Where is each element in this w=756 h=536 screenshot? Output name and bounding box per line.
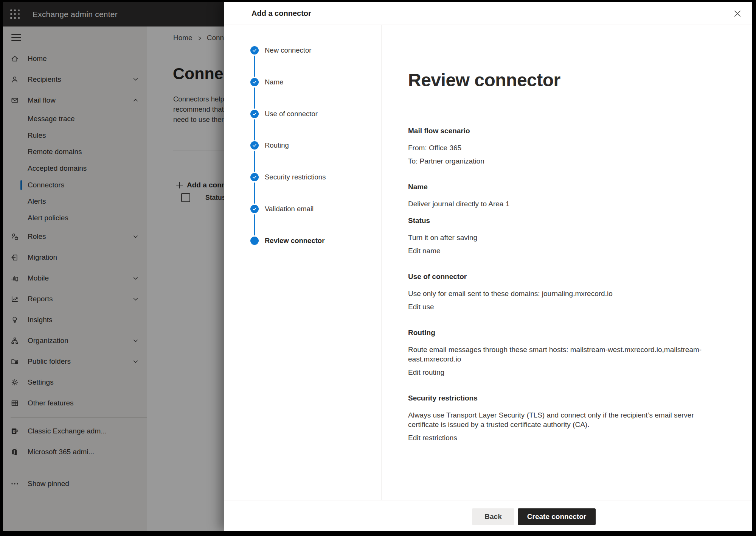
- section-title: Use of connector: [408, 272, 711, 281]
- section-title: Routing: [408, 328, 711, 337]
- close-button[interactable]: [733, 9, 742, 18]
- edit-restrictions-link[interactable]: Edit restrictions: [408, 433, 457, 443]
- review-heading: Review connector: [408, 70, 752, 90]
- add-connector-modal: Add a connector New connectorNameUse of …: [224, 2, 752, 531]
- section-value: Deliver journal directly to Area 1: [408, 199, 711, 209]
- review-section-name: NameDeliver journal directly to Area 1: [408, 182, 711, 209]
- step-label: Validation email: [265, 205, 314, 213]
- completed-check-icon: [250, 78, 259, 86]
- review-section-use-of-connector: Use of connectorUse only for email sent …: [408, 272, 711, 312]
- wizard-step-routing[interactable]: Routing: [250, 141, 326, 173]
- review-section-routing: RoutingRoute email messages through thes…: [408, 328, 711, 377]
- wizard-step-use-of-connector[interactable]: Use of connector: [250, 110, 326, 142]
- wizard-step-review-connector[interactable]: Review connector: [250, 237, 326, 268]
- section-title: Status: [408, 216, 711, 225]
- completed-check-icon: [250, 46, 259, 55]
- footer-buttons: Back Create connector: [472, 508, 596, 525]
- wizard-step-name[interactable]: Name: [250, 78, 326, 110]
- section-title: Name: [408, 182, 711, 192]
- step-label: Name: [265, 78, 283, 86]
- exchange-admin-center-window: Exchange admin center HomeRecipientsMail…: [3, 2, 752, 531]
- create-connector-button[interactable]: Create connector: [518, 508, 596, 525]
- section-title: Mail flow scenario: [408, 126, 711, 136]
- section-title: Security restrictions: [408, 393, 711, 403]
- section-value: To: Partner organization: [408, 156, 711, 166]
- section-value: Use only for email sent to these domains…: [408, 289, 711, 298]
- completed-check-icon: [250, 141, 259, 150]
- step-label: Review connector: [265, 237, 324, 245]
- modal-body: New connectorNameUse of connectorRouting…: [224, 25, 752, 500]
- section-value: Always use Transport Layer Security (TLS…: [408, 410, 711, 429]
- wizard-stepper: New connectorNameUse of connectorRouting…: [224, 25, 382, 500]
- modal-title: Add a connector: [251, 2, 311, 25]
- completed-check-icon: [250, 173, 259, 181]
- section-value: Turn it on after saving: [408, 233, 711, 242]
- completed-check-icon: [250, 110, 259, 118]
- review-section-security-restrictions: Security restrictionsAlways use Transpor…: [408, 393, 711, 443]
- step-label: Security restrictions: [265, 173, 326, 181]
- wizard-steps: New connectorNameUse of connectorRouting…: [250, 46, 326, 268]
- back-button[interactable]: Back: [472, 508, 514, 525]
- modal-footer: Back Create connector: [224, 500, 752, 531]
- step-label: Routing: [265, 141, 289, 150]
- review-section-status: StatusTurn it on after savingEdit name: [408, 216, 711, 256]
- review-section-mail-flow-scenario: Mail flow scenarioFrom: Office 365To: Pa…: [408, 126, 711, 166]
- review-pane: Review connector Mail flow scenarioFrom:…: [381, 25, 752, 500]
- edit-name-link[interactable]: Edit name: [408, 246, 441, 256]
- modal-header: Add a connector: [224, 2, 752, 25]
- current-step-icon: [250, 237, 259, 245]
- section-value: Route email messages through these smart…: [408, 345, 711, 364]
- edit-use-link[interactable]: Edit use: [408, 302, 434, 312]
- step-label: New connector: [265, 46, 311, 55]
- wizard-step-security-restrictions[interactable]: Security restrictions: [250, 173, 326, 205]
- review-sections: Mail flow scenarioFrom: Office 365To: Pa…: [408, 126, 711, 443]
- completed-check-icon: [250, 205, 259, 213]
- step-label: Use of connector: [265, 110, 318, 118]
- wizard-step-validation-email[interactable]: Validation email: [250, 205, 326, 237]
- section-value: From: Office 365: [408, 143, 711, 153]
- wizard-step-new-connector[interactable]: New connector: [250, 46, 326, 78]
- edit-routing-link[interactable]: Edit routing: [408, 368, 444, 377]
